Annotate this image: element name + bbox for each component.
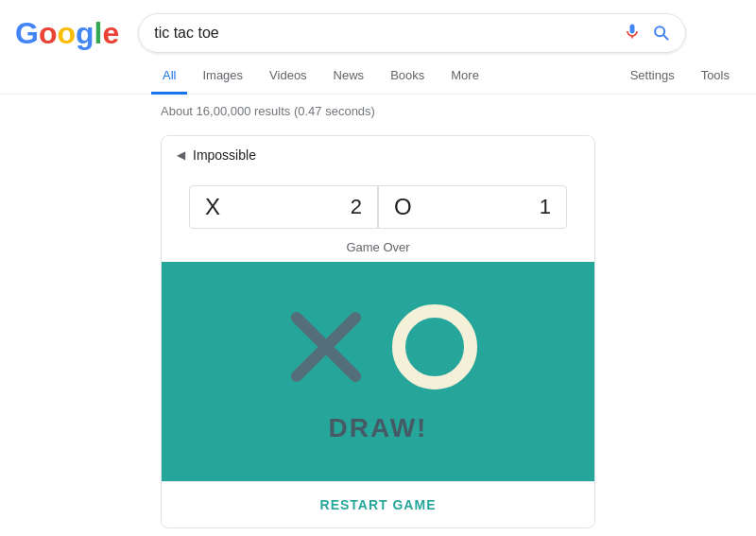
tab-news[interactable]: News bbox=[322, 59, 376, 95]
logo-o2: o bbox=[57, 16, 76, 51]
logo-o1: o bbox=[39, 16, 58, 51]
xo-display bbox=[279, 300, 477, 394]
search-icons bbox=[623, 22, 670, 44]
results-info: About 16,00,000 results (0.47 seconds) bbox=[0, 95, 756, 128]
search-bar bbox=[138, 13, 686, 53]
game-widget: ◀ Impossible X 2 O 1 Game Over DRAW! RES… bbox=[161, 135, 595, 528]
score-board: X 2 O 1 bbox=[162, 174, 594, 233]
difficulty-bar: ◀ Impossible bbox=[162, 136, 594, 174]
mic-icon[interactable] bbox=[623, 22, 642, 44]
o-large-icon bbox=[392, 304, 477, 389]
header: G o o g l e bbox=[0, 0, 756, 53]
o-symbol-score: O bbox=[394, 194, 412, 220]
logo-g: G bbox=[15, 16, 39, 51]
nav-right: Settings Tools bbox=[619, 59, 741, 94]
tab-images[interactable]: Images bbox=[191, 59, 254, 95]
tab-settings[interactable]: Settings bbox=[619, 59, 686, 95]
x-large-icon bbox=[279, 300, 373, 394]
restart-area: RESTART GAME bbox=[162, 481, 594, 527]
search-button[interactable] bbox=[651, 23, 670, 44]
game-status: Game Over bbox=[162, 233, 594, 262]
tab-tools[interactable]: Tools bbox=[690, 59, 741, 95]
nav-tabs: All Images Videos News Books More Settin… bbox=[0, 59, 756, 95]
restart-button[interactable]: RESTART GAME bbox=[320, 497, 437, 512]
score-player-o: O 1 bbox=[378, 185, 567, 229]
score-player-x: X 2 bbox=[189, 185, 378, 229]
game-board-area: DRAW! bbox=[162, 262, 594, 481]
x-score-value: 2 bbox=[351, 195, 362, 219]
logo-g2: g bbox=[76, 16, 94, 51]
tab-videos[interactable]: Videos bbox=[258, 59, 318, 95]
search-input[interactable] bbox=[154, 25, 623, 42]
nav-left: All Images Videos News Books More bbox=[151, 59, 619, 94]
logo-e: e bbox=[102, 16, 119, 51]
logo-l: l bbox=[94, 16, 103, 51]
chevron-left-icon[interactable]: ◀ bbox=[177, 148, 185, 162]
google-logo: G o o g l e bbox=[15, 16, 119, 51]
tab-books[interactable]: Books bbox=[379, 59, 436, 95]
tab-more[interactable]: More bbox=[439, 59, 490, 95]
o-score-value: 1 bbox=[540, 195, 551, 219]
difficulty-label: Impossible bbox=[193, 147, 256, 163]
draw-text: DRAW! bbox=[329, 413, 428, 443]
tab-all[interactable]: All bbox=[151, 59, 187, 95]
x-symbol-score: X bbox=[205, 194, 220, 220]
